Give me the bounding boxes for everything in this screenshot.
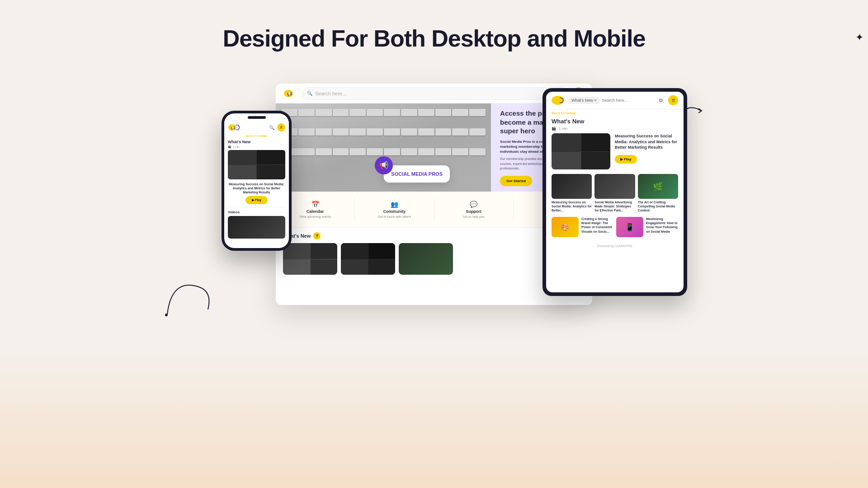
phone-inner: 📢 🔍 ☰ BACK TO HOME What's New 🎬 xyxy=(224,113,289,248)
tablet-logo xyxy=(552,96,564,105)
phone-menu-button[interactable]: ☰ xyxy=(277,123,285,131)
tablet-grid-item-1[interactable]: Measuring Success on Social Media: Analy… xyxy=(552,174,592,212)
tablet-bottom-grid: 🎨 Creating a Strong Brand Image: The Pow… xyxy=(546,217,684,242)
desktop-search-bar[interactable]: 🔍 Search here... xyxy=(302,87,568,100)
tablet-search-input[interactable] xyxy=(602,98,638,103)
tablet-header: What's New × ⚙ ☰ xyxy=(546,92,684,109)
tablet-main-thumb[interactable] xyxy=(552,133,610,169)
nav-calendar-subtitle: View upcoming events xyxy=(299,215,331,218)
tablet-video-grid: Measuring Success on Social Media: Analy… xyxy=(546,174,684,217)
tablet-bottom-text-2: Maximizing Engagement: How to Grow Your … xyxy=(646,217,678,233)
tablet-powered-by: Powered by LEARNPIPE xyxy=(546,242,684,250)
tablet-chip-label: What's New × xyxy=(571,98,597,103)
deco-curve xyxy=(163,269,217,323)
bubble-text: SOCIAL MEDIA PROS xyxy=(391,171,443,177)
get-started-button[interactable]: Get Started xyxy=(500,176,532,186)
tablet-mockup: What's New × ⚙ ☰ Back to Home What xyxy=(542,88,687,296)
tablet-inner: What's New × ⚙ ☰ Back to Home What xyxy=(546,92,684,292)
phone-meta: 🎬 1 min xyxy=(224,145,289,148)
page-title: Designed For Both Desktop and Mobile xyxy=(223,25,646,52)
phone-bottom-video[interactable] xyxy=(228,216,285,239)
phone-mockup: 📢 🔍 ☰ BACK TO HOME What's New 🎬 xyxy=(222,111,292,251)
tablet-search-chip[interactable]: What's New × xyxy=(568,97,600,104)
tablet-play-button[interactable]: ▶ Play xyxy=(615,155,637,164)
tablet-main-info: Measuring Success on Social Media: Analy… xyxy=(615,133,678,164)
tablet-grid-text-2: Social Media Advertising Made Simple: St… xyxy=(594,200,635,212)
tablet-main-card: Measuring Success on Social Media: Analy… xyxy=(552,133,678,169)
tablet-bottom-item-2[interactable]: 📱 Maximizing Engagement: How to Grow You… xyxy=(616,217,678,237)
page-container: Designed For Both Desktop and Mobile ✦ ✦… xyxy=(0,0,868,488)
nav-community-subtitle: Get in touch with others xyxy=(378,215,411,218)
nav-community-title: Community xyxy=(383,209,406,214)
video-thumbnails xyxy=(283,243,585,275)
phone-divider xyxy=(228,207,285,207)
tablet-grid-item-3[interactable]: 🌿 The Art of Crafting Compelling Social … xyxy=(638,174,678,212)
phone-videos-label: Videos xyxy=(224,209,289,216)
video-thumb-2[interactable] xyxy=(341,243,395,275)
desktop-logo: 📢 xyxy=(283,88,297,99)
tablet-header-icons: ⚙ ☰ xyxy=(656,95,678,105)
tablet-grid-text-3: The Art of Crafting Compelling Social Me… xyxy=(638,200,678,212)
phone-actions: 🔍 ☰ xyxy=(269,123,285,131)
phone-search-icon[interactable]: 🔍 xyxy=(269,125,274,130)
tablet-main-title: Measuring Success on Social Media: Analy… xyxy=(615,133,678,150)
phone-back-link[interactable]: BACK TO HOME xyxy=(224,133,289,139)
nav-support-title: Support xyxy=(466,209,481,214)
search-placeholder: Search here... xyxy=(315,91,346,96)
sparkle-icon-3: ✦ xyxy=(855,32,863,43)
phone-header: 📢 🔍 ☰ xyxy=(224,122,289,133)
video-thumb-1[interactable] xyxy=(283,243,337,275)
nav-support-subtitle: Let us help you xyxy=(463,215,484,218)
tablet-meta: 🎬 1 min xyxy=(546,127,684,133)
tablet-back-link[interactable]: Back to Home xyxy=(546,109,684,117)
phone-play-button[interactable]: ▶ Play xyxy=(245,196,268,204)
keyboard-area xyxy=(276,103,491,192)
tablet-grid-text-1: Measuring Success on Social Media: Analy… xyxy=(552,200,592,212)
phone-meta-time: 1 min xyxy=(233,145,240,148)
hero-bubble: 📢 SOCIAL MEDIA PROS xyxy=(384,165,450,183)
svg-point-0 xyxy=(165,314,168,316)
devices-container: 📢 🔍 Search here... ☰ xyxy=(208,79,660,350)
phone-logo: 📢 xyxy=(228,123,241,131)
whats-new-badge: ? xyxy=(313,232,321,239)
bubble-megaphone-icon: 📢 xyxy=(375,156,393,174)
svg-text:📢: 📢 xyxy=(287,91,292,97)
phone-video-thumb[interactable] xyxy=(228,150,285,179)
tablet-search-area[interactable]: What's New × xyxy=(568,97,638,104)
svg-point-5 xyxy=(552,97,560,103)
tablet-grid-item-2[interactable]: Social Media Advertising Made Simple: St… xyxy=(594,174,635,212)
nav-support[interactable]: 💬 Support Let us help you xyxy=(434,198,514,221)
nav-calendar-title: Calendar xyxy=(307,209,324,214)
tablet-settings-icon[interactable]: ⚙ xyxy=(656,96,665,105)
video-thumb-3[interactable] xyxy=(399,243,453,275)
phone-section-title: What's New xyxy=(224,139,289,145)
whats-new-header: What's New ? xyxy=(283,232,585,239)
phone-card-title: Measuring Success on Social Media: Analy… xyxy=(224,182,289,196)
tablet-bottom-text-1: Creating a Strong Brand Image: The Power… xyxy=(581,217,613,233)
nav-community[interactable]: 👥 Community Get in touch with others xyxy=(355,198,434,221)
svg-text:📢: 📢 xyxy=(231,126,235,130)
tablet-menu-button[interactable]: ☰ xyxy=(668,95,678,105)
tablet-section-title: What's New xyxy=(546,117,684,127)
tablet-bottom-item-1[interactable]: 🎨 Creating a Strong Brand Image: The Pow… xyxy=(552,217,613,237)
phone-notch xyxy=(248,116,266,119)
tablet-meta-time: 1 min xyxy=(559,127,568,131)
